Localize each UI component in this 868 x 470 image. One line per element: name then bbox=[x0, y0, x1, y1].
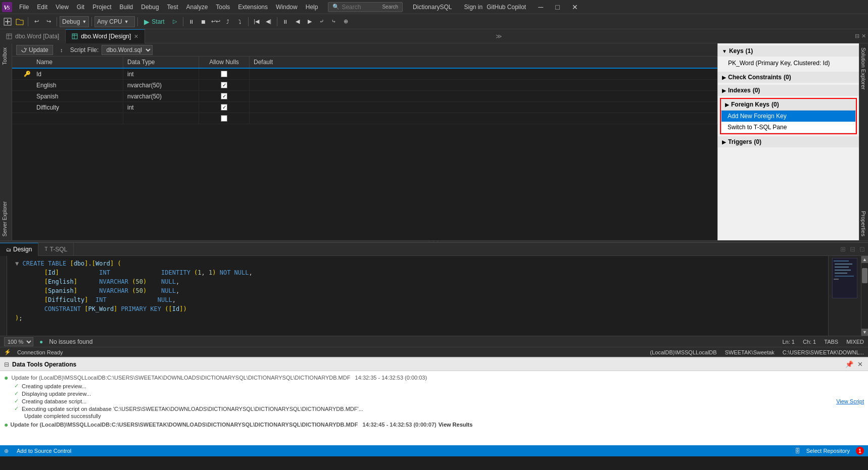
cell-empty-nulls[interactable] bbox=[199, 113, 250, 124]
debug-mode-dropdown[interactable]: Debug ▼ bbox=[60, 16, 89, 27]
add-to-source-btn[interactable]: Add to Source Control bbox=[17, 448, 71, 454]
table-row[interactable]: Spanish nvarchar(50) bbox=[12, 91, 717, 102]
undo-btn[interactable]: ↩ bbox=[31, 16, 42, 27]
menu-extensions[interactable]: Extensions bbox=[234, 2, 272, 12]
new-project-btn[interactable] bbox=[2, 16, 13, 27]
auto-hide-btn[interactable]: ⊟ bbox=[855, 33, 859, 39]
scroll-up-btn[interactable]: ▲ bbox=[861, 256, 868, 263]
toolbar-btn-6[interactable]: ⏸ bbox=[186, 16, 197, 27]
sql-shrink-btn[interactable]: ⊟ bbox=[849, 245, 856, 253]
menu-analyze[interactable]: Analyze bbox=[182, 2, 212, 12]
sql-expand-btn[interactable]: ⊞ bbox=[839, 245, 847, 253]
menu-file[interactable]: File bbox=[15, 2, 33, 12]
menu-help[interactable]: Help bbox=[302, 2, 322, 12]
menu-view[interactable]: View bbox=[52, 2, 73, 12]
toolbar-btn-11[interactable]: |◀ bbox=[251, 16, 262, 27]
toolbar-btn-8[interactable]: ↩↩ bbox=[210, 16, 221, 27]
menu-git[interactable]: Git bbox=[73, 2, 88, 12]
cell-empty-type[interactable] bbox=[123, 113, 199, 124]
menu-search-box[interactable]: 🔍 Search bbox=[328, 2, 403, 12]
menu-build[interactable]: Build bbox=[116, 2, 137, 12]
toolbar-btn-10[interactable]: ⤵ bbox=[234, 16, 246, 27]
indexes-header[interactable]: ▶ Indexes (0) bbox=[718, 85, 859, 96]
tab-overflow[interactable]: ≫ bbox=[492, 33, 506, 40]
foreign-keys-header[interactable]: ▶ Foreign Keys (0) bbox=[721, 99, 856, 110]
cell-id-nulls[interactable] bbox=[199, 69, 250, 79]
close-tab-area-btn[interactable]: ✕ bbox=[861, 33, 866, 39]
start-btn[interactable]: ▶ Start bbox=[140, 16, 168, 27]
data-tools-close-btn[interactable]: ✕ bbox=[856, 360, 864, 368]
table-row[interactable]: Difficulty int bbox=[12, 102, 717, 113]
toolbar-btn-bp[interactable]: ⏸ bbox=[280, 16, 291, 27]
data-tools-pin-btn[interactable]: 📌 bbox=[844, 360, 854, 368]
properties-tab[interactable]: Properties bbox=[859, 207, 868, 240]
cell-empty-name[interactable] bbox=[32, 113, 123, 124]
designer-sort-btn[interactable]: ↕ bbox=[56, 44, 67, 56]
scroll-thumb[interactable] bbox=[862, 268, 867, 283]
switch-to-tsql-btn[interactable]: Switch to T-SQL Pane bbox=[721, 122, 855, 133]
toolbar-btn-17[interactable]: ⊕ bbox=[341, 16, 352, 27]
add-foreign-key-btn[interactable]: Add New Foreign Key bbox=[721, 111, 855, 122]
triggers-header[interactable]: ▶ Triggers (0) bbox=[718, 136, 859, 147]
check-constraints-header[interactable]: ▶ Check Constraints (0) bbox=[718, 72, 859, 83]
pk-word-item[interactable]: PK_Word (Primary Key, Clustered: Id) bbox=[728, 59, 855, 68]
vertical-scrollbar[interactable]: ▲ ▼ bbox=[861, 256, 868, 336]
open-file-btn[interactable] bbox=[14, 16, 25, 27]
table-row[interactable]: 🔑 Id int bbox=[12, 69, 717, 80]
checkbox-spanish-nulls[interactable] bbox=[221, 93, 227, 99]
toolbar-btn-12[interactable]: ◀| bbox=[263, 16, 274, 27]
side-panel-toolbox[interactable]: Toolbox bbox=[0, 43, 12, 69]
start-without-debug-btn[interactable]: ▷ bbox=[169, 16, 180, 27]
cell-spanish-name[interactable]: Spanish bbox=[32, 91, 123, 101]
view-script-link[interactable]: View Script bbox=[836, 398, 864, 404]
toolbar-btn-9[interactable]: ⤴ bbox=[222, 16, 233, 27]
view-results-link[interactable]: View Results bbox=[439, 422, 473, 428]
select-repository-btn[interactable]: Select Repository bbox=[806, 448, 850, 454]
sql-tab-tsql[interactable]: T T-SQL bbox=[38, 243, 74, 256]
cell-english-nulls[interactable] bbox=[199, 80, 250, 90]
checkbox-english-nulls[interactable] bbox=[221, 82, 227, 88]
cell-difficulty-nulls[interactable] bbox=[199, 102, 250, 113]
toolbar-btn-13[interactable]: ◀ bbox=[292, 16, 303, 27]
sql-float-btn[interactable]: ⊡ bbox=[858, 245, 866, 253]
github-copilot-btn[interactable]: GitHub Copilot bbox=[487, 4, 526, 11]
cell-difficulty-default[interactable] bbox=[250, 102, 717, 113]
table-row[interactable] bbox=[12, 113, 717, 124]
solution-explorer-tab[interactable]: Solution Explorer bbox=[859, 43, 868, 94]
cell-spanish-nulls[interactable] bbox=[199, 91, 250, 101]
update-btn[interactable]: Update bbox=[16, 45, 53, 55]
tab-close-btn[interactable]: ✕ bbox=[134, 33, 138, 40]
sign-in-btn[interactable]: Sign in bbox=[464, 4, 483, 11]
minimize-btn[interactable]: ─ bbox=[534, 1, 547, 13]
tab-dbo-word-design[interactable]: dbo.Word [Design] ✕ bbox=[66, 29, 145, 43]
menu-project[interactable]: Project bbox=[88, 2, 115, 12]
redo-btn[interactable]: ↪ bbox=[43, 16, 54, 27]
toolbar-btn-7[interactable]: ⏹ bbox=[198, 16, 209, 27]
close-btn[interactable]: ✕ bbox=[568, 1, 582, 13]
cell-english-name[interactable]: English bbox=[32, 80, 123, 90]
cell-empty-default[interactable] bbox=[250, 113, 717, 124]
toolbar-btn-15[interactable]: ⤶ bbox=[316, 16, 327, 27]
cell-english-type[interactable]: nvarchar(50) bbox=[123, 80, 199, 90]
menu-debug[interactable]: Debug bbox=[137, 2, 163, 12]
cpu-dropdown[interactable]: Any CPU ▼ bbox=[94, 16, 135, 27]
cell-spanish-default[interactable] bbox=[250, 91, 717, 101]
zoom-select[interactable]: 100 % 75 % 125 % bbox=[4, 337, 33, 346]
toolbar-btn-16[interactable]: ⤷ bbox=[328, 16, 340, 27]
checkbox-empty-nulls[interactable] bbox=[221, 115, 227, 122]
scroll-down-btn[interactable]: ▼ bbox=[861, 329, 868, 336]
tab-dbo-word-data[interactable]: dbo.Word [Data] bbox=[0, 29, 66, 43]
menu-window[interactable]: Window bbox=[272, 2, 302, 12]
toolbar-btn-14[interactable]: ▶ bbox=[304, 16, 315, 27]
side-panel-server-explorer[interactable]: Server Explorer bbox=[0, 197, 12, 240]
cell-id-name[interactable]: Id bbox=[32, 69, 123, 79]
table-row[interactable]: English nvarchar(50) bbox=[12, 80, 717, 91]
cell-difficulty-type[interactable]: int bbox=[123, 102, 199, 113]
sql-tab-design[interactable]: 🗂 Design bbox=[0, 243, 38, 256]
restore-btn[interactable]: □ bbox=[551, 1, 563, 13]
cell-id-default[interactable] bbox=[250, 69, 717, 79]
search-input[interactable] bbox=[342, 4, 382, 11]
cell-id-type[interactable]: int bbox=[123, 69, 199, 79]
menu-tools[interactable]: Tools bbox=[212, 2, 234, 12]
checkbox-difficulty-nulls[interactable] bbox=[221, 104, 227, 111]
